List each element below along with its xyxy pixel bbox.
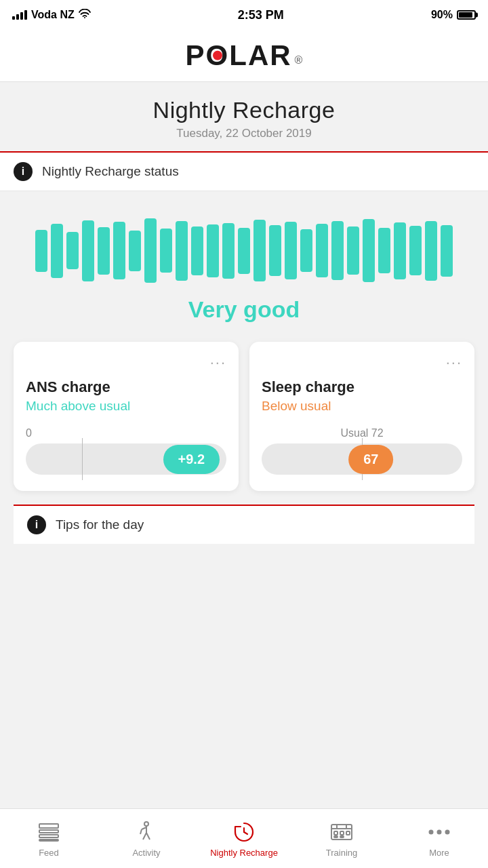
waveform-bar	[82, 220, 94, 281]
feed-icon	[37, 820, 61, 844]
info-icon: i	[14, 162, 33, 181]
sleep-gauge-track: 67	[262, 443, 462, 475]
svg-line-12	[244, 832, 247, 834]
nav-item-nightly-recharge[interactable]: Nightly Recharge	[195, 820, 293, 858]
waveform-bar	[285, 222, 297, 279]
more-icon	[427, 820, 451, 844]
waveform-bar	[144, 218, 157, 283]
waveform-bar	[129, 231, 141, 271]
sleep-card-menu[interactable]: ···	[262, 354, 462, 372]
waveform-bar	[222, 223, 235, 279]
waveform-bar	[363, 219, 375, 282]
svg-line-9	[146, 833, 150, 840]
tips-info-icon: i	[27, 515, 46, 534]
wifi-icon	[79, 9, 91, 21]
svg-rect-17	[334, 831, 338, 835]
waveform-bar	[316, 224, 328, 277]
waveform-bar	[98, 227, 110, 275]
waveform-bar	[207, 224, 219, 277]
svg-point-0	[84, 17, 85, 18]
waveform-bar	[253, 220, 266, 281]
status-bar: Voda NZ 2:53 PM 90%	[0, 0, 488, 30]
waveform-bar	[269, 225, 281, 276]
tips-row-text: Tips for the day	[56, 517, 144, 532]
ans-gauge-line	[82, 438, 83, 480]
svg-rect-19	[346, 831, 350, 835]
registered-mark: ®	[295, 54, 303, 72]
ans-gauge-value: +9.2	[163, 445, 220, 474]
polar-header: P O LAR ®	[0, 30, 488, 82]
status-right: 90%	[431, 9, 476, 21]
sleep-gauge: Usual 72 67	[262, 427, 462, 475]
cards-row: ··· ANS charge Much above usual 0 +9.2 ·…	[14, 342, 474, 491]
waveform-bar	[441, 225, 453, 277]
waveform-bar	[394, 222, 406, 279]
waveform-bar	[425, 221, 437, 281]
sleep-card-subtitle: Below usual	[262, 399, 462, 414]
tips-row[interactable]: i Tips for the day	[14, 505, 474, 544]
svg-point-24	[445, 829, 450, 834]
activity-nav-label: Activity	[132, 848, 160, 858]
waveform-bar	[378, 228, 390, 273]
info-row-text: Nightly Recharge status	[42, 164, 179, 179]
signal-icon	[12, 10, 27, 20]
nav-item-more[interactable]: More	[390, 820, 488, 858]
waveform-bar	[238, 228, 250, 274]
waveform-bar	[35, 230, 47, 272]
svg-rect-18	[340, 831, 344, 835]
bottom-navigation: Feed Activity Nightly Recharge	[0, 808, 488, 868]
ans-card-menu[interactable]: ···	[26, 354, 226, 372]
waveform-bar	[347, 226, 359, 275]
svg-line-7	[142, 827, 146, 829]
svg-rect-2	[39, 830, 58, 833]
polar-logo: P O LAR ®	[186, 39, 303, 72]
title-section: Nightly Recharge Tuesday, 22 October 201…	[0, 82, 488, 153]
battery-icon	[457, 10, 476, 20]
polar-dot-icon	[213, 51, 222, 60]
battery-percent: 90%	[431, 9, 453, 21]
waveform-bar	[113, 222, 125, 279]
main-content: Very good ··· ANS charge Much above usua…	[0, 191, 488, 557]
more-nav-label: More	[429, 848, 449, 858]
sleep-gauge-value: 67	[348, 445, 393, 474]
ans-charge-card: ··· ANS charge Much above usual 0 +9.2	[14, 342, 239, 491]
svg-rect-21	[340, 836, 344, 837]
nightly-recharge-nav-label: Nightly Recharge	[210, 848, 278, 858]
svg-rect-20	[334, 836, 338, 837]
time-display: 2:53 PM	[238, 8, 284, 22]
training-icon	[329, 820, 354, 844]
svg-rect-3	[39, 835, 58, 837]
svg-rect-1	[39, 824, 58, 828]
svg-point-5	[144, 822, 148, 826]
ans-gauge: 0 +9.2	[26, 427, 226, 475]
page-date: Tuesday, 22 October 2019	[0, 127, 488, 140]
nav-item-training[interactable]: Training	[293, 820, 390, 858]
waveform-bar	[409, 226, 422, 275]
waveform-display	[14, 212, 474, 296]
svg-line-10	[140, 829, 142, 834]
nightly-recharge-status-row[interactable]: i Nightly Recharge status	[0, 153, 488, 191]
sleep-card-title: Sleep charge	[262, 378, 462, 396]
page-title: Nightly Recharge	[0, 97, 488, 123]
sleep-charge-card: ··· Sleep charge Below usual Usual 72 67	[249, 342, 474, 491]
ans-card-title: ANS charge	[26, 378, 226, 396]
logo-text: P O LAR	[186, 39, 292, 72]
carrier-label: Voda NZ	[31, 9, 75, 21]
ans-card-subtitle: Much above usual	[26, 399, 226, 414]
status-left: Voda NZ	[12, 9, 91, 21]
logo-o: O	[206, 39, 230, 72]
waveform-bar	[66, 232, 79, 269]
waveform-bar	[300, 229, 312, 272]
nav-item-feed[interactable]: Feed	[0, 820, 98, 858]
ans-gauge-label: 0	[26, 427, 226, 439]
feed-nav-label: Feed	[39, 848, 59, 858]
training-nav-label: Training	[326, 848, 357, 858]
nightly-recharge-icon	[232, 820, 256, 844]
waveform-bar	[51, 224, 63, 278]
waveform-bar	[160, 229, 172, 273]
activity-icon	[134, 820, 159, 844]
svg-point-23	[437, 829, 442, 834]
nav-item-activity[interactable]: Activity	[98, 820, 195, 858]
waveform-bar	[176, 221, 188, 281]
svg-point-22	[429, 829, 434, 834]
